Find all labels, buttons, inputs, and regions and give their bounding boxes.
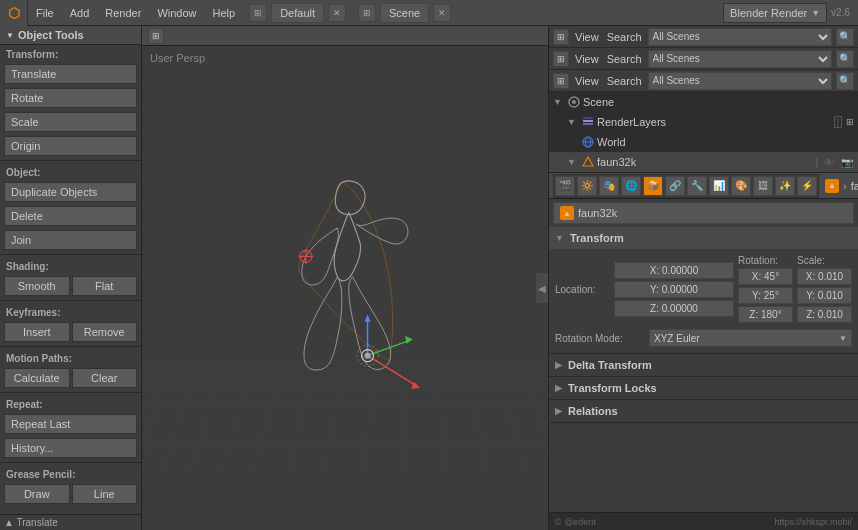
scale-x[interactable]: X: 0.010 (797, 268, 852, 285)
scale-z[interactable]: Z: 0.010 (797, 306, 852, 323)
prop-icon-physics[interactable]: ⚡ (797, 176, 817, 196)
svg-rect-37 (583, 120, 593, 122)
rotation-mode-select[interactable]: XYZ Euler ▼ (649, 329, 852, 347)
menu-window[interactable]: Window (149, 0, 204, 26)
line-button[interactable]: Line (72, 484, 138, 504)
draw-button[interactable]: Draw (4, 484, 70, 504)
scale-group: Scale: X: 0.010 Y: 0.010 Z: 0.010 (797, 255, 852, 323)
scene-icon-right[interactable]: ✕ (433, 4, 451, 22)
outliner-row-3: ⊞ View Search All Scenes 🔍 (549, 70, 858, 92)
prop-icon-modifier[interactable]: 🔧 (687, 176, 707, 196)
delta-header[interactable]: ▶ Delta Transform (549, 354, 858, 376)
search-label-1[interactable]: Search (605, 31, 644, 43)
view-label-2[interactable]: View (573, 53, 601, 65)
workspace-selector[interactable]: Default (271, 3, 324, 23)
viewport-canvas[interactable]: User Persp (142, 46, 548, 530)
scene-select-3[interactable]: All Scenes (648, 72, 832, 90)
prop-toolbar: 🎬 🔆 🎭 🌐 📦 🔗 🔧 📊 🎨 🖼 ✨ ⚡ ▲ › faun (549, 173, 858, 199)
repeat-last-button[interactable]: Repeat Last (4, 414, 137, 434)
calculate-button[interactable]: Calculate (4, 368, 70, 388)
prop-scroll[interactable]: ▼ Transform Location: X: 0.00000 Y: 0.00… (549, 227, 858, 512)
keyframes-label: Keyframes: (0, 303, 141, 320)
location-y[interactable]: Y: 0.00000 (614, 281, 734, 298)
relations-header[interactable]: ▶ Relations (549, 400, 858, 422)
search-label-2[interactable]: Search (605, 53, 644, 65)
tree-renderlayers[interactable]: ▼ RenderLayers | ⊞ (549, 112, 858, 132)
left-panel: ▼ Object Tools Transform: Translate Rota… (0, 26, 142, 530)
search-icon-2[interactable]: 🔍 (836, 50, 854, 68)
flat-button[interactable]: Flat (72, 276, 138, 296)
menu-render[interactable]: Render (97, 0, 149, 26)
smooth-button[interactable]: Smooth (4, 276, 70, 296)
locks-header[interactable]: ▶ Transform Locks (549, 377, 858, 399)
rotation-z[interactable]: Z: 180° (738, 306, 793, 323)
location-label: Location: (555, 284, 610, 295)
remove-button[interactable]: Remove (72, 322, 138, 342)
prop-icon-world[interactable]: 🌐 (621, 176, 641, 196)
prop-icon-data[interactable]: 📊 (709, 176, 729, 196)
view-label-1[interactable]: View (573, 31, 601, 43)
delete-button[interactable]: Delete (4, 206, 137, 226)
renderlayers-name: RenderLayers (597, 116, 666, 128)
prop-icon-object[interactable]: 📦 (643, 176, 663, 196)
outliner-icon-1[interactable]: ⊞ (553, 29, 569, 45)
search-label-3[interactable]: Search (605, 75, 644, 87)
engine-selector[interactable]: Blender Render▼ (723, 3, 827, 23)
scene-select-1[interactable]: All Scenes (648, 28, 832, 46)
tree-world[interactable]: ▼ World (549, 132, 858, 152)
rotation-x[interactable]: X: 45° (738, 268, 793, 285)
clear-button[interactable]: Clear (72, 368, 138, 388)
menu-help[interactable]: Help (205, 0, 244, 26)
prop-icon-scene[interactable]: 🎭 (599, 176, 619, 196)
scene-selector[interactable]: Scene (380, 3, 429, 23)
credit-text: © @edent (555, 517, 596, 527)
eye-icon[interactable]: 👁 (822, 155, 836, 169)
menu-add[interactable]: Add (62, 0, 98, 26)
location-z[interactable]: Z: 0.00000 (614, 300, 734, 317)
search-icon-3[interactable]: 🔍 (836, 72, 854, 90)
transform-header[interactable]: ▼ Transform (549, 227, 858, 249)
location-x[interactable]: X: 0.00000 (614, 262, 734, 279)
search-icon-1[interactable]: 🔍 (836, 28, 854, 46)
translate-button[interactable]: Translate (4, 64, 137, 84)
breadcrumb-arrow: › (843, 180, 847, 192)
outliner-icon-2[interactable]: ⊞ (553, 51, 569, 67)
properties-area: 🎬 🔆 🎭 🌐 📦 🔗 🔧 📊 🎨 🖼 ✨ ⚡ ▲ › faun (549, 173, 858, 512)
prop-breadcrumb-area: ▲ › faun32k (825, 179, 858, 193)
duplicate-objects-button[interactable]: Duplicate Objects (4, 182, 137, 202)
origin-button[interactable]: Origin (4, 136, 137, 156)
tree-scene[interactable]: ▼ Scene (549, 92, 858, 112)
obj-name-field[interactable]: ▲ faun32k (553, 202, 854, 224)
world-name: World (597, 136, 626, 148)
prop-icon-render[interactable]: 🔆 (577, 176, 597, 196)
viewport: ⊞ User Persp (142, 26, 548, 530)
prop-icon-texture[interactable]: 🖼 (753, 176, 773, 196)
prop-icon-camera[interactable]: 🎬 (555, 176, 575, 196)
object-tools-header[interactable]: ▼ Object Tools (0, 26, 141, 45)
url-text: https://shkspr.mobi/ (774, 517, 852, 527)
join-button[interactable]: Join (4, 230, 137, 250)
scale-y[interactable]: Y: 0.010 (797, 287, 852, 304)
prop-icon-group: 🎬 🔆 🎭 🌐 📦 🔗 🔧 📊 🎨 🖼 ✨ ⚡ (553, 174, 819, 198)
menu-file[interactable]: File (28, 0, 62, 26)
scene-icon-left[interactable]: ⊞ (358, 4, 376, 22)
prop-icon-particles[interactable]: ✨ (775, 176, 795, 196)
translate-status: ▲ Translate (4, 517, 58, 528)
scene-select-2[interactable]: All Scenes (648, 50, 832, 68)
view-label-3[interactable]: View (573, 75, 601, 87)
prop-icon-material[interactable]: 🎨 (731, 176, 751, 196)
rotate-button[interactable]: Rotate (4, 88, 137, 108)
workspace-icon-left[interactable]: ⊞ (249, 4, 267, 22)
rotation-y[interactable]: Y: 25° (738, 287, 793, 304)
viewport-icon[interactable]: ⊞ (148, 28, 164, 44)
insert-button[interactable]: Insert (4, 322, 70, 342)
cam-icon[interactable]: 📷 (840, 155, 854, 169)
history-button[interactable]: History... (4, 438, 137, 458)
collapse-arrow[interactable]: ◀ (536, 273, 548, 303)
tree-faun32k[interactable]: ▼ faun32k | 👁 📷 (549, 152, 858, 172)
workspace-icon-right[interactable]: ✕ (328, 4, 346, 22)
prop-icon-constraint[interactable]: 🔗 (665, 176, 685, 196)
locks-section: ▶ Transform Locks (549, 377, 858, 400)
scale-button[interactable]: Scale (4, 112, 137, 132)
outliner-icon-3[interactable]: ⊞ (553, 73, 569, 89)
